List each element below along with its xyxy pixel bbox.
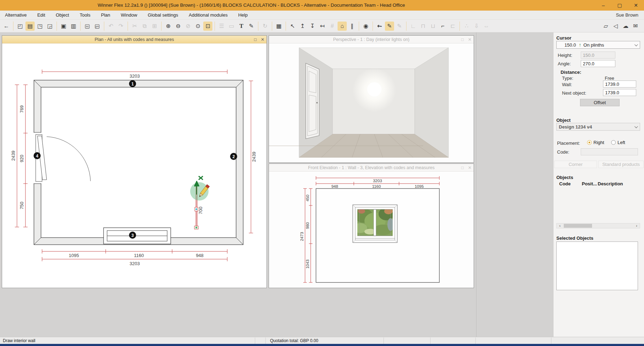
perspective-view-2-icon[interactable]: ◲ [45,22,54,31]
plan-view-icon[interactable]: ◰ [16,22,25,31]
cloud-share-icon[interactable]: ☁ [621,22,630,31]
toolbar-separator [258,22,258,31]
toolbar-separator [373,22,373,31]
move-object-icon: ⇔ [482,22,491,31]
close-icon[interactable]: ✕ [261,36,264,43]
menu-alternative[interactable]: Alternative [0,11,32,20]
measure-draw-icon[interactable]: ✎ [247,22,256,31]
menu-global-settings[interactable]: Global settings [142,11,183,20]
wall-path-icon[interactable]: ⌐ [438,22,447,31]
text-icon[interactable]: T [237,22,246,31]
wall-u-icon: ⊔ [428,22,438,31]
chevron-down-icon [634,125,638,128]
angle-field[interactable] [581,60,615,67]
scroll-right-icon[interactable]: › [634,223,639,228]
doc-sc-icon[interactable]: ▢sc [83,22,92,31]
wall-distance-label: Wall: [562,82,572,87]
snap-walls-icon[interactable]: ⌂ [338,22,347,31]
placement-right-radio[interactable]: Right [587,140,604,145]
next-object-label: Next object: [562,90,586,96]
zoom-out-icon[interactable]: ⊖ [174,22,183,31]
logged-in-user: Sue Brown [616,11,638,20]
scroll-left-icon[interactable]: ‹ [557,223,562,228]
toolbar-separator [286,22,286,31]
plan-window-titlebar[interactable]: Plan - All units with codes and measures… [2,36,267,43]
tape-measure-icon[interactable]: ◉ [361,22,370,31]
light-source [367,82,381,96]
zoom-in-icon[interactable]: ⊕ [164,22,173,31]
toolbar-separator [161,22,162,31]
grid-icon: # [328,22,337,31]
menu-window[interactable]: Window [116,11,142,20]
offset-button[interactable]: Offset [580,99,620,106]
elevation-canvas[interactable]: 3203 948 1160 1095 2473 450 980 1043 [269,172,474,288]
distance-type-label: Type: [562,76,573,81]
send-mail-icon[interactable]: ✉ [631,22,640,31]
perspective-view-icon[interactable]: ◳ [35,22,45,31]
maximize-icon[interactable]: □ [254,36,257,43]
menu-additional-modules[interactable]: Additional modules [183,11,233,20]
plan-window-title: Plan - All units with codes and measures [95,37,174,42]
announce-icon[interactable]: ◁ [611,22,620,31]
menu-tools[interactable]: Tools [74,11,95,20]
minimize-icon[interactable]: – [595,0,611,11]
properties-panel: Cursor 150.0 ↑ On plinths Height: Angle:… [553,32,644,337]
next-object-field[interactable] [603,89,636,96]
snap-object-icon[interactable]: ↥ [298,22,307,31]
snap-object-2-icon[interactable]: ↧ [308,22,317,31]
objects-col-position[interactable]: Posit... [582,181,597,186]
objects-hscrollbar[interactable]: ‹ › [556,223,640,228]
calculator-icon[interactable]: ▦ [274,22,283,31]
zoom-points-icon[interactable]: ⊙ [193,22,203,31]
project-folder-icon[interactable]: ▱ [601,22,610,31]
zoom-window-icon[interactable]: ⊡ [203,22,212,31]
dim-bottom-seg-3: 948 [196,253,204,258]
close-icon[interactable]: ✕ [468,164,472,172]
menu-help[interactable]: Help [233,11,253,20]
plan-canvas[interactable]: 1 2 3 4 [2,43,267,288]
selected-objects-list[interactable] [556,241,638,290]
parallel-walls-icon[interactable]: ∥ [347,22,357,31]
cursor-mode-dropdown[interactable]: 150.0 ↑ On plinths [556,41,640,49]
draw-wall-icon[interactable]: ✎ [385,22,394,31]
scroll-thumb[interactable] [564,224,592,228]
restore-icon[interactable]: ▢ [611,0,628,11]
elevation-window-titlebar[interactable]: Front Elevation - 1 : Wall - 3, Elevatio… [269,164,474,172]
perspective-window-titlebar[interactable]: Perspective - 1 : Day (interior lights o… [269,36,474,43]
snap-object-3-icon[interactable]: ↤ [318,22,327,31]
wall-distance-field[interactable] [603,80,636,88]
pointer-icon[interactable]: ↖ [288,22,297,31]
panel-divider [476,32,476,337]
print-icon[interactable]: ▥ [69,22,78,31]
quotation-total: Quotation total: GBP 0.00 [267,338,384,344]
menu-plan[interactable]: Plan [96,11,116,20]
wall-corner-icon: ∟ [409,22,418,31]
toolbar-separator [13,22,13,31]
plan-window: Plan - All units with codes and measures… [2,35,267,288]
select-icon[interactable]: ↖ [373,19,386,32]
cursor-section-label: Cursor [556,35,572,41]
back-icon[interactable]: ← [2,22,11,31]
placement-left-radio[interactable]: Left [611,140,625,145]
objects-col-description[interactable]: Description [598,181,623,186]
save-icon[interactable]: ▣ [59,22,68,31]
elev-dim-seg-1: 948 [331,184,338,189]
plan-window-object[interactable] [104,228,171,244]
menu-bar: AlternativeEditObjectToolsPlanWindowGlob… [0,11,644,20]
objects-list[interactable] [556,187,640,222]
doc-pn-icon[interactable]: ▢pn [93,22,102,31]
placement-left-label: Left [617,140,625,145]
object-design-dropdown[interactable]: Design 1234 v4 [556,123,640,131]
menu-object[interactable]: Object [51,11,75,20]
close-icon[interactable]: ✕ [628,0,644,11]
menu-edit[interactable]: Edit [32,11,50,20]
toolbar-separator [459,22,460,31]
objects-col-code[interactable]: Code [559,181,571,186]
perspective-canvas[interactable] [269,43,474,162]
maximize-icon[interactable]: □ [461,164,464,172]
maximize-icon[interactable]: □ [461,36,464,43]
dim-right-total: 2439 [251,152,257,162]
elevation-view-icon[interactable]: ▤ [25,22,35,31]
object-section-label: Object [556,118,570,123]
close-icon[interactable]: ✕ [468,36,472,43]
